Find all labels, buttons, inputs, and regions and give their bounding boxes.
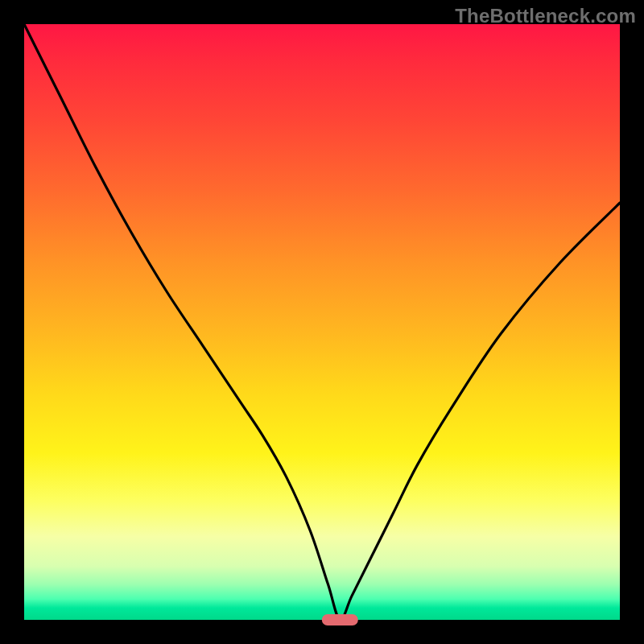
curve-layer (24, 24, 620, 620)
plot-area (24, 24, 620, 620)
optimum-marker (322, 614, 357, 625)
bottleneck-curve (24, 24, 620, 620)
chart-frame: TheBottleneck.com (0, 0, 644, 644)
